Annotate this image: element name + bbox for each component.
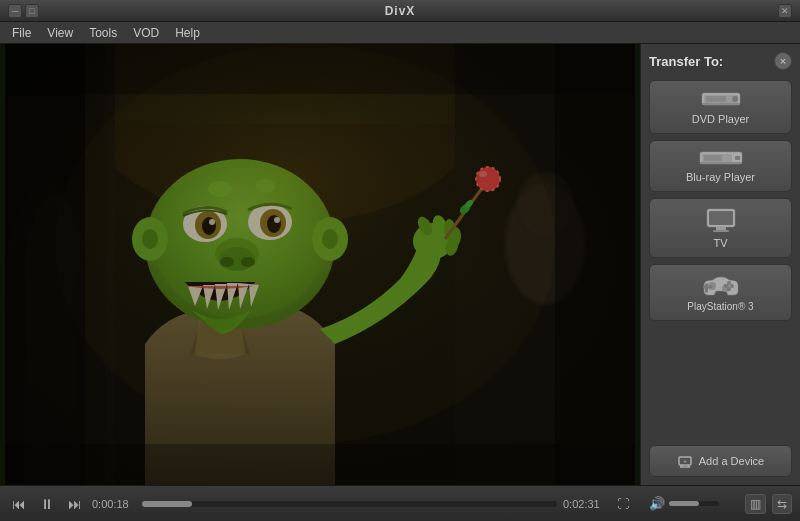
volume-control: 🔊 [649, 496, 719, 511]
menu-view[interactable]: View [39, 24, 81, 42]
volume-fill [669, 501, 699, 506]
view-mode-button-1[interactable]: ▥ [745, 494, 766, 514]
svg-point-67 [730, 284, 734, 288]
svg-rect-60 [716, 227, 726, 230]
svg-rect-55 [704, 155, 722, 161]
bluray-player-icon [699, 149, 743, 167]
progress-fill [142, 501, 192, 507]
close-button[interactable]: ✕ [778, 4, 792, 18]
svg-point-68 [727, 287, 731, 291]
maximize-button[interactable]: □ [25, 4, 39, 18]
ps3-label: PlayStation® 3 [687, 301, 753, 312]
pause-button[interactable]: ⏸ [36, 494, 58, 514]
svg-rect-47 [5, 444, 635, 485]
tv-icon [705, 207, 737, 233]
svg-rect-46 [5, 44, 635, 94]
menu-file[interactable]: File [4, 24, 39, 42]
ps3-button[interactable]: PlayStation® 3 [649, 264, 792, 321]
menu-bar: File View Tools VOD Help [0, 22, 800, 44]
volume-icon[interactable]: 🔊 [649, 496, 665, 511]
tv-button[interactable]: TV [649, 198, 792, 258]
video-frame [0, 44, 640, 485]
svg-rect-52 [702, 103, 740, 105]
rewind-button[interactable]: ⏮ [8, 494, 30, 514]
gamepad-icon [702, 273, 740, 297]
menu-vod[interactable]: VOD [125, 24, 167, 42]
dvd-player-icon [701, 89, 741, 109]
svg-text:+: + [683, 458, 687, 464]
forward-button[interactable]: ⏭ [64, 494, 86, 514]
progress-bar[interactable] [142, 501, 557, 507]
menu-help[interactable]: Help [167, 24, 208, 42]
svg-rect-45 [555, 44, 635, 485]
svg-rect-57 [700, 162, 742, 164]
tv-label: TV [713, 237, 727, 249]
total-time: 0:02:31 [563, 498, 607, 510]
transfer-title: Transfer To: [649, 54, 723, 69]
current-time: 0:00:18 [92, 498, 136, 510]
controls-bar: ⏮ ⏸ ⏭ 0:00:18 0:02:31 ⛶ 🔊 ▥ ⇆ [0, 485, 800, 521]
transfer-close-button[interactable]: × [774, 52, 792, 70]
add-device-button[interactable]: + Add a Device [649, 445, 792, 477]
dvd-player-label: DVD Player [692, 113, 749, 125]
view-mode-button-2[interactable]: ⇆ [772, 494, 792, 514]
menu-tools[interactable]: Tools [81, 24, 125, 42]
svg-rect-56 [735, 156, 740, 160]
app-title: DivX [58, 4, 742, 18]
bluray-player-button[interactable]: Blu-ray Player [649, 140, 792, 192]
add-device-icon: + [677, 453, 693, 469]
svg-point-66 [727, 281, 731, 285]
svg-rect-59 [709, 211, 733, 225]
svg-point-69 [724, 284, 728, 288]
svg-point-51 [732, 96, 738, 102]
svg-rect-50 [706, 96, 726, 102]
svg-rect-44 [5, 44, 85, 485]
transfer-panel: Transfer To: × DVD Player Blu-ra [640, 44, 800, 485]
dvd-player-button[interactable]: DVD Player [649, 80, 792, 134]
minimize-button[interactable]: ─ [8, 4, 22, 18]
main-content: Transfer To: × DVD Player Blu-ra [0, 44, 800, 485]
svg-rect-65 [703, 286, 712, 289]
volume-bar[interactable] [669, 501, 719, 506]
title-bar: ─ □ DivX ✕ [0, 0, 800, 22]
video-scene [0, 44, 640, 485]
video-area[interactable] [0, 44, 640, 485]
transfer-header: Transfer To: × [649, 52, 792, 70]
fullscreen-button[interactable]: ⛶ [613, 495, 633, 513]
svg-rect-61 [713, 230, 729, 232]
add-device-label: Add a Device [699, 455, 764, 467]
svg-rect-43 [5, 44, 635, 485]
bluray-player-label: Blu-ray Player [686, 171, 755, 183]
